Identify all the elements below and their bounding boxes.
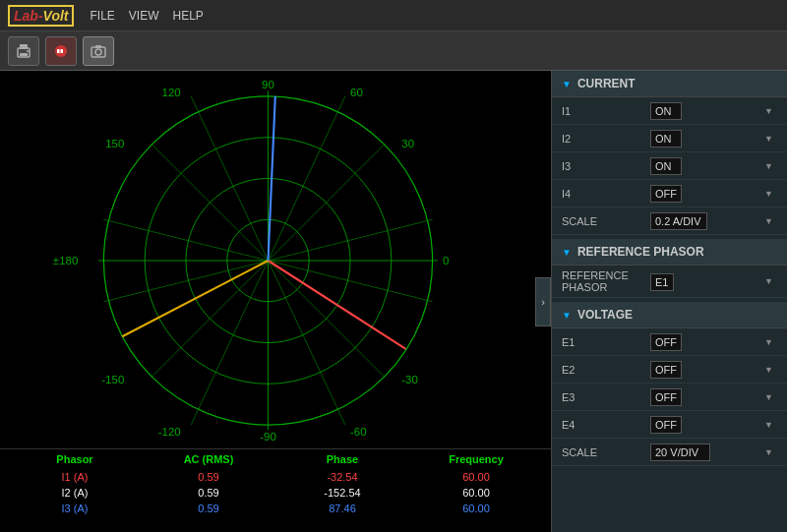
row3-phase: 87.46 [275,502,409,514]
i2-select[interactable]: ONOFF [650,130,682,148]
main-content: › 90 -90 0 ±180 60 30 [0,71,787,532]
row2-phase: -152.54 [275,487,409,499]
e4-select-wrapper: ONOFF [650,415,777,434]
menu-help[interactable]: HELP [173,9,204,23]
i1-label: I1 [562,105,650,117]
controls-panel: ▼ CURRENT I1 ONOFF I2 ONOFF I3 ONOF [551,71,787,532]
ref-phasor-row: REFERENCE PHASOR E1E2E3I1I2I3 [552,266,787,298]
ref-phasor-select-wrapper: E1E2E3I1I2I3 [650,272,777,291]
svg-rect-5 [57,49,60,53]
i2-label: I2 [562,133,650,145]
svg-point-3 [27,50,29,52]
e1-select[interactable]: ONOFF [650,333,682,351]
e3-select-wrapper: ONOFF [650,387,777,406]
i1-select[interactable]: ONOFF [650,102,682,120]
current-scale-row: SCALE 0.1 A/DIV0.2 A/DIV0.5 A/DIV1 A/DIV [552,207,787,235]
chart-panel: › 90 -90 0 ±180 60 30 [0,71,551,532]
i1-select-wrapper: ONOFF [650,101,777,120]
reference-arrow-icon: ▼ [562,247,572,258]
app-logo: Lab-Volt [8,5,74,27]
e2-label: E2 [562,364,650,376]
table-row: I3 (A) 0.59 87.46 60.00 [0,501,551,516]
voltage-section-label: VOLTAGE [577,308,633,322]
e1-row: E1 ONOFF [552,328,787,356]
row3-phasor: I3 (A) [8,502,142,514]
voltage-scale-select[interactable]: 10 V/DIV20 V/DIV50 V/DIV100 V/DIV [650,443,710,461]
voltage-section-header: ▼ VOLTAGE [552,302,787,328]
row2-freq: 60.00 [409,487,543,499]
logo-accent: Lab- [14,8,43,24]
snapshot-button[interactable] [83,36,114,66]
current-scale-label: SCALE [562,215,650,227]
header-phase: Phase [275,453,409,465]
row2-rms: 0.59 [142,487,275,499]
e4-label: E4 [562,419,650,431]
menu-file[interactable]: FILE [90,9,114,23]
current-scale-select[interactable]: 0.1 A/DIV0.2 A/DIV0.5 A/DIV1 A/DIV [650,212,707,230]
e4-row: E4 ONOFF [552,411,787,439]
row3-freq: 60.00 [409,502,543,514]
ref-phasor-select[interactable]: E1E2E3I1I2I3 [650,273,674,291]
e3-select[interactable]: ONOFF [650,388,682,406]
row2-phasor: I2 (A) [8,487,142,499]
e4-select[interactable]: ONOFF [650,416,682,434]
voltage-arrow-icon: ▼ [562,310,572,321]
row1-rms: 0.59 [142,471,275,483]
header-frequency: Frequency [409,453,543,465]
e1-select-wrapper: ONOFF [650,332,777,351]
collapse-button[interactable]: › [535,277,551,326]
i3-select-wrapper: ONOFF [650,156,777,175]
e3-label: E3 [562,391,650,403]
e1-label: E1 [562,336,650,348]
svg-rect-9 [95,45,101,48]
menu-view[interactable]: VIEW [129,9,159,23]
table-row: I2 (A) 0.59 -152.54 60.00 [0,485,551,501]
header-rms: AC (RMS) [142,453,275,465]
angle-30: 30 [401,138,414,149]
i4-select-wrapper: ONOFF [650,184,777,203]
current-section-label: CURRENT [577,77,636,90]
reference-section-label: REFERENCE PHASOR [577,245,704,259]
header-phasor: Phasor [8,453,142,465]
e2-select[interactable]: ONOFF [650,361,682,379]
i3-select[interactable]: ONOFF [650,157,682,175]
voltage-scale-select-wrapper: 10 V/DIV20 V/DIV50 V/DIV100 V/DIV [650,443,777,461]
angle-neg120: -120 [158,426,181,438]
i4-select[interactable]: ONOFF [650,185,682,203]
row1-phasor: I1 (A) [8,471,142,483]
angle-neg60: -60 [350,426,367,438]
ref-phasor-label: REFERENCE PHASOR [562,269,650,293]
angle-neg150: -150 [101,374,124,385]
angle-180: ±180 [53,255,78,266]
current-section-header: ▼ CURRENT [552,71,787,97]
angle-90: 90 [262,79,274,90]
current-scale-select-wrapper: 0.1 A/DIV0.2 A/DIV0.5 A/DIV1 A/DIV [650,211,777,230]
angle-0: 0 [443,255,449,266]
svg-rect-6 [61,49,64,53]
e2-select-wrapper: ONOFF [650,360,777,379]
angle-60: 60 [350,87,363,98]
record-button[interactable] [45,36,77,66]
table-row: I1 (A) 0.59 -32.54 60.00 [0,469,551,485]
row1-freq: 60.00 [409,471,543,483]
svg-point-8 [95,49,101,55]
i3-label: I3 [562,160,650,172]
polar-chart-svg: 90 -90 0 ±180 60 30 120 150 -60 -30 -120… [5,76,531,445]
logo-brand: Volt [43,8,69,24]
reference-section-header: ▼ REFERENCE PHASOR [552,239,787,266]
angle-120: 120 [162,87,181,98]
e2-row: E2 ONOFF [552,356,787,384]
e3-row: E3 ONOFF [552,384,787,411]
voltage-scale-label: SCALE [562,446,650,458]
current-arrow-icon: ▼ [562,79,572,89]
i3-row: I3 ONOFF [552,152,787,180]
i4-label: I4 [562,188,650,200]
svg-rect-1 [20,44,28,49]
row3-rms: 0.59 [142,502,275,514]
row1-phase: -32.54 [275,471,409,483]
print-button[interactable] [8,36,39,66]
i4-row: I4 ONOFF [552,180,787,207]
table-header: Phasor AC (RMS) Phase Frequency [0,449,551,469]
i2-select-wrapper: ONOFF [650,129,777,148]
toolbar [0,31,787,71]
